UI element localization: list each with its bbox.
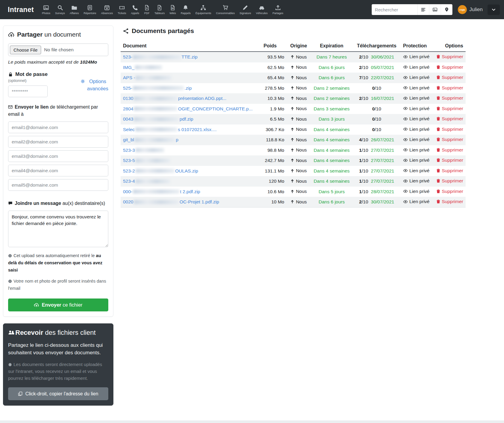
- document-link[interactable]: APS -: [123, 75, 259, 80]
- document-link[interactable]: git_blp: [123, 137, 259, 142]
- document-link[interactable]: 0130présentation ADG.ppt...: [123, 96, 259, 101]
- column-header-protection: Protection: [401, 40, 434, 52]
- protection-value: Lien privé: [403, 75, 430, 80]
- blurred-filename-segment: [135, 128, 177, 131]
- dropdown-toggle-button[interactable]: [488, 4, 500, 15]
- delete-button[interactable]: Supprimer: [436, 158, 464, 163]
- expiration-value: Dans 6 jours: [311, 197, 353, 207]
- nav-item-pdf[interactable]: PDF: [142, 3, 152, 16]
- delete-button[interactable]: Supprimer: [436, 137, 464, 142]
- nav-item-wikis[interactable]: WWikis: [167, 3, 178, 16]
- document-link[interactable]: 523-4: [123, 178, 259, 184]
- search-input[interactable]: [372, 4, 417, 15]
- document-link[interactable]: Selecs 01072021.xlsx....: [123, 127, 259, 132]
- downloads-value: 2/1016/07/2021: [353, 93, 401, 104]
- nav-item-repertoire[interactable]: Répertoire: [82, 3, 98, 16]
- arrow-up-icon: [290, 190, 294, 194]
- document-link[interactable]: 523-TTE.zip: [123, 54, 259, 60]
- delete-button[interactable]: Supprimer: [436, 54, 464, 59]
- location-search-button[interactable]: [441, 4, 452, 15]
- copy-link-button[interactable]: Click-droit, copier l'adresse du lien: [8, 387, 108, 400]
- nav-item-rappels[interactable]: Rappels: [178, 3, 193, 16]
- email-field-2[interactable]: [8, 136, 108, 148]
- page-content: Partager un document Choose File No file…: [0, 19, 504, 406]
- delete-button[interactable]: Supprimer: [436, 75, 464, 80]
- nav-item-affaires[interactable]: Affaires: [68, 3, 81, 16]
- nav-item-consommables[interactable]: Consommables: [214, 3, 237, 16]
- nav-item-signature[interactable]: Signature: [238, 3, 254, 16]
- origin-value: Nous: [290, 168, 307, 173]
- email-field-4[interactable]: [8, 165, 108, 176]
- nav-item-vehicules[interactable]: Véhicules: [254, 3, 270, 16]
- expiration-value: Dans 4 semaines: [311, 176, 353, 187]
- nav-item-surveys[interactable]: Surveys: [53, 3, 67, 16]
- text-search-button[interactable]: [417, 4, 429, 15]
- trash-icon: [436, 189, 440, 194]
- nav-item-equipements[interactable]: Équipements: [193, 3, 213, 16]
- document-link[interactable]: 525-.zip: [123, 86, 259, 91]
- delete-button[interactable]: Supprimer: [436, 189, 464, 194]
- arrow-up-icon: [290, 179, 294, 183]
- arrow-up-icon: [290, 138, 294, 142]
- document-link[interactable]: 523-5: [123, 158, 259, 163]
- delete-button[interactable]: Supprimer: [436, 85, 464, 91]
- nav-item-appels[interactable]: Appels: [129, 3, 141, 16]
- image-icon: [433, 7, 437, 12]
- nav-item-tableurs[interactable]: Tableurs: [152, 3, 167, 16]
- downloads-value: 1/1027/07/2021: [353, 176, 401, 187]
- document-link[interactable]: 523-3: [123, 148, 259, 153]
- arrow-up-icon: [290, 128, 294, 131]
- send-file-button[interactable]: Envoyer ce fichier: [8, 298, 108, 311]
- protection-value: Lien privé: [403, 95, 430, 101]
- protection-value: Lien privé: [403, 158, 430, 163]
- documents-section: Documents partagés Document Poids Origin…: [121, 26, 466, 208]
- email-field-3[interactable]: [8, 150, 108, 162]
- image-search-button[interactable]: [429, 4, 441, 15]
- delete-button[interactable]: Supprimer: [436, 127, 464, 132]
- cloud-upload-icon: [34, 302, 39, 308]
- delete-button[interactable]: Supprimer: [436, 168, 464, 173]
- document-link[interactable]: IMG_: [123, 65, 259, 70]
- choose-file-button[interactable]: Choose File: [10, 46, 41, 54]
- document-link[interactable]: 000-t 2.pdf.zip: [123, 189, 259, 194]
- expiration-date: 16/07/2021: [371, 96, 394, 101]
- delete-button[interactable]: Supprimer: [436, 106, 464, 111]
- document-size: 10 Mo: [261, 197, 287, 207]
- password-field[interactable]: [8, 86, 48, 97]
- file-excel-icon: [157, 5, 162, 10]
- nav-item-partages[interactable]: Partages: [270, 3, 285, 16]
- map-pin-icon: [444, 7, 449, 12]
- expiration-date: 28/07/2021: [371, 189, 394, 194]
- email-field-5[interactable]: [8, 179, 108, 191]
- nav-item-photos[interactable]: Photos: [40, 3, 52, 16]
- document-link[interactable]: 0043pdf.zip: [123, 116, 259, 122]
- delete-button[interactable]: Supprimer: [436, 64, 464, 70]
- user-name: Julien: [470, 7, 483, 13]
- document-row: 523-5242.7 MoNousDans 4 semaines1/1027/0…: [121, 155, 466, 166]
- document-link[interactable]: 523-2OULAS.zip: [123, 168, 259, 174]
- delete-button[interactable]: Supprimer: [436, 116, 464, 122]
- blurred-filename-segment: [134, 97, 177, 100]
- brand[interactable]: Intranet: [8, 6, 34, 14]
- delete-button[interactable]: Supprimer: [436, 95, 464, 101]
- document-link[interactable]: 0020OC-Projet 1.pdf.zip: [123, 199, 259, 205]
- delete-button[interactable]: Supprimer: [436, 147, 464, 153]
- file-input[interactable]: Choose File No file chosen: [8, 44, 108, 56]
- advanced-options-link[interactable]: Optionsavancées: [81, 78, 108, 92]
- message-textarea[interactable]: Bonjour, comme convenu vous trouverez le…: [8, 211, 108, 247]
- eye-icon: [403, 75, 408, 80]
- user-menu[interactable]: cogip Julien: [458, 5, 483, 14]
- blurred-filename-segment: [134, 200, 179, 204]
- phone-icon: [132, 5, 138, 10]
- origin-value: Nous: [290, 189, 307, 194]
- footer-strip: [0, 421, 504, 423]
- email-field-1[interactable]: [8, 122, 108, 133]
- document-link[interactable]: 2804OGIE_CONCEPTION_CHARTE.p...: [123, 106, 259, 112]
- nav-item-absences[interactable]: Absences: [99, 3, 115, 16]
- delete-button[interactable]: Supprimer: [436, 178, 464, 184]
- document-row: 525-.zip278.5 MoNousDans 2 semaines0/10L…: [121, 83, 466, 94]
- downloads-value: 2/1005/07/2021: [353, 62, 401, 73]
- downloads-value: 0/10: [353, 114, 401, 124]
- nav-item-tickets[interactable]: Tickets: [116, 3, 128, 16]
- delete-button[interactable]: Supprimer: [436, 199, 464, 204]
